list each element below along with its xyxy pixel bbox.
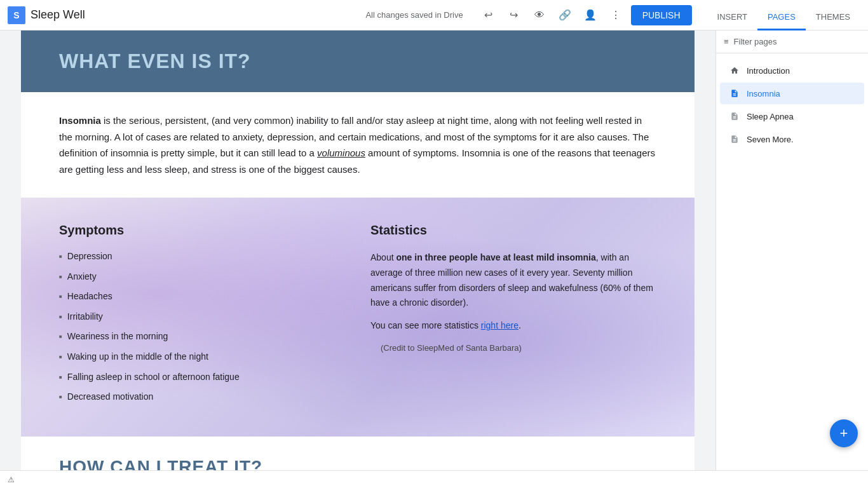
statistics-column: Statistics About one in three people hav…: [370, 223, 656, 411]
main-layout: WHAT EVEN IS IT? Insomnia is the serious…: [0, 30, 868, 470]
tab-insert[interactable]: INSERT: [707, 5, 757, 30]
right-here-link[interactable]: right here: [481, 320, 519, 330]
list-item: Headaches: [59, 290, 345, 303]
sidebar-item-insomnia[interactable]: Insomnia: [720, 83, 864, 104]
intro-paragraph: Insomnia is the serious, persistent, (an…: [59, 112, 656, 177]
sidebar-item-introduction[interactable]: Introduction: [720, 60, 864, 81]
editor-canvas: WHAT EVEN IS IT? Insomnia is the serious…: [21, 30, 695, 470]
list-item: Irritability: [59, 311, 345, 323]
editor-area: WHAT EVEN IS IT? Insomnia is the serious…: [0, 30, 715, 470]
right-sidebar: ≡ Filter pages Introduction Insomnia: [715, 30, 868, 470]
tab-pages[interactable]: PAGES: [757, 5, 806, 30]
sidebar-pages-list: Introduction Insomnia Sleep Apnea Seven …: [716, 53, 868, 470]
page-label-sleep-apnea: Sleep Apnea: [747, 112, 794, 121]
sidebar-item-sleep-apnea[interactable]: Sleep Apnea: [720, 105, 864, 127]
app-logo: S: [8, 6, 25, 24]
publish-button[interactable]: PUBLISH: [631, 5, 692, 25]
page-label-seven-more: Seven More.: [747, 135, 794, 144]
section-treat: HOW CAN I TREAT IT?: [21, 437, 695, 470]
symptoms-heading: Symptoms: [59, 223, 345, 238]
section-two-col: Symptoms Depression Anxiety Headaches Ir…: [21, 198, 695, 437]
redo-button[interactable]: ↪: [504, 5, 524, 25]
doc-icon-seven-more: [729, 133, 740, 145]
list-item: Decreased motivation: [59, 391, 345, 403]
add-page-button[interactable]: +: [830, 419, 858, 447]
link-button[interactable]: 🔗: [555, 5, 575, 25]
section-what-title: WHAT EVEN IS IT?: [59, 50, 656, 73]
list-item: Anxiety: [59, 271, 345, 283]
symptoms-column: Symptoms Depression Anxiety Headaches Ir…: [59, 223, 345, 411]
symptoms-list: Depression Anxiety Headaches Irritabilit…: [59, 250, 345, 403]
list-item: Falling asleep in school or afternoon fa…: [59, 371, 345, 384]
bottom-bar: ⚠: [0, 470, 868, 488]
statistics-paragraph2: You can see more statistics right here.: [370, 318, 656, 334]
sidebar-item-seven-more[interactable]: Seven More.: [720, 128, 864, 150]
filter-pages-button[interactable]: ≡ Filter pages: [716, 30, 868, 53]
statistics-credit: (Credit to SleepMed of Santa Barbara): [370, 341, 656, 355]
undo-button[interactable]: ↩: [478, 5, 499, 25]
document-title: Sleep Well: [31, 8, 85, 22]
more-button[interactable]: ⋮: [606, 5, 626, 25]
plus-icon: +: [840, 425, 848, 442]
share-button[interactable]: 👤: [580, 5, 600, 25]
doc-icon-sleep-apnea: [729, 111, 740, 122]
home-icon: [729, 65, 740, 76]
intro-italic-word: voluminous: [317, 147, 365, 158]
page-label-insomnia: Insomnia: [747, 89, 780, 98]
section-intro-content: Insomnia is the serious, persistent, (an…: [21, 92, 695, 198]
save-status: All changes saved in Drive: [365, 10, 463, 20]
list-item: Weariness in the morning: [59, 330, 345, 343]
intro-bold-word: Insomnia: [59, 115, 101, 126]
stats-text-pre: About: [370, 252, 396, 262]
sidebar-tabs-header: INSERT PAGES THEMES: [707, 0, 860, 30]
warning-icon: ⚠: [8, 475, 15, 484]
statistics-heading: Statistics: [370, 223, 656, 238]
section-treat-title: HOW CAN I TREAT IT?: [59, 457, 656, 470]
section-what-header: WHAT EVEN IS IT?: [21, 30, 695, 92]
filter-label: Filter pages: [734, 37, 777, 46]
statistics-paragraph1: About one in three people have at least …: [370, 250, 656, 311]
tab-themes[interactable]: THEMES: [806, 5, 860, 30]
doc-icon-insomnia: [729, 88, 740, 99]
filter-icon: ≡: [724, 37, 729, 46]
topbar: S Sleep Well All changes saved in Drive …: [0, 0, 868, 30]
preview-button[interactable]: 👁: [529, 5, 550, 25]
list-item: Waking up in the middle of the night: [59, 351, 345, 363]
stats-bold-text: one in three people have at least mild i…: [396, 252, 595, 262]
page-label-introduction: Introduction: [747, 66, 790, 76]
list-item: Depression: [59, 250, 345, 263]
